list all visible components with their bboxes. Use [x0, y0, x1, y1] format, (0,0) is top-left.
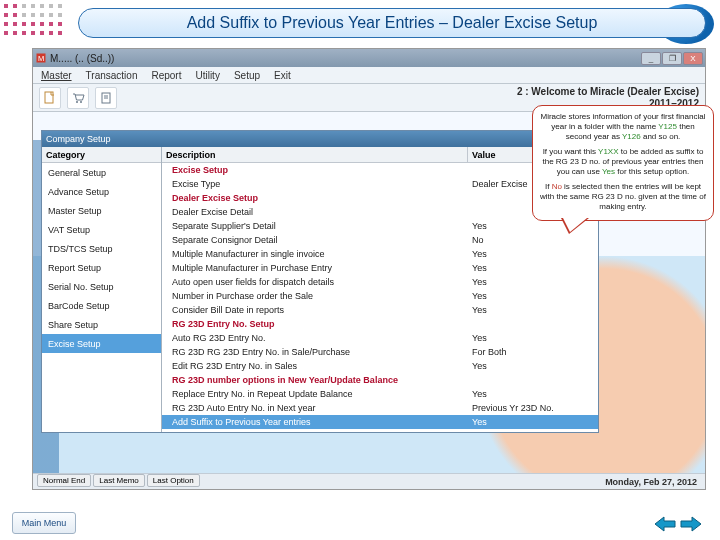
menu-master[interactable]: Master: [41, 70, 72, 81]
setting-label: RG 23D RG 23D Entry No. in Sale/Purchase: [162, 347, 468, 357]
sidebar-item-report-setup[interactable]: Report Setup: [42, 258, 161, 277]
sidebar-item-advance-setup[interactable]: Advance Setup: [42, 182, 161, 201]
table-row[interactable]: Auto open user fields for dispatch detai…: [162, 275, 598, 289]
nav-arrows: [654, 516, 702, 532]
status-date: Monday, Feb 27, 2012: [605, 477, 697, 487]
sidebar-head: Category: [42, 147, 161, 163]
sidebar-item-general-setup[interactable]: General Setup: [42, 163, 161, 182]
sidebar-item-vat-setup[interactable]: VAT Setup: [42, 220, 161, 239]
setting-value[interactable]: Previous Yr 23D No.: [468, 403, 598, 413]
setting-value[interactable]: Yes: [468, 417, 598, 427]
window-min-button[interactable]: _: [641, 52, 661, 65]
setting-value[interactable]: Yes: [468, 277, 598, 287]
setting-label: Edit RG 23D Entry No. in Sales: [162, 361, 468, 371]
help-callout: Miracle stores information of your first…: [532, 105, 714, 221]
setting-label: Separate Supplier's Detail: [162, 221, 468, 231]
modal-title: Company Setup: [46, 134, 111, 144]
setting-label: Separate Consignor Detail: [162, 235, 468, 245]
modal-titlebar: Company Setup X: [42, 131, 598, 147]
menu-report[interactable]: Report: [151, 70, 181, 81]
window-max-button[interactable]: ❐: [662, 52, 682, 65]
sidebar: Category General SetupAdvance SetupMaste…: [42, 147, 162, 432]
table-row: RG 23D Entry No. Setup: [162, 317, 598, 331]
sidebar-item-share-setup[interactable]: Share Setup: [42, 315, 161, 334]
setting-label: Dealer Excise Detail: [162, 207, 468, 217]
callout-p1: Miracle stores information of your first…: [539, 112, 707, 142]
table-row[interactable]: Multiple Manufacturer in single invoiceY…: [162, 247, 598, 261]
decor-dots: [4, 4, 64, 37]
section-head: RG 23D Entry No. Setup: [162, 319, 598, 329]
toolbar-new-icon[interactable]: [39, 87, 61, 109]
setting-label: Replace Entry No. in Repeat Update Balan…: [162, 389, 468, 399]
app-icon: M: [35, 52, 47, 64]
table-row[interactable]: Replace Entry No. in Repeat Update Balan…: [162, 387, 598, 401]
setting-value[interactable]: Yes: [468, 333, 598, 343]
next-arrow[interactable]: [680, 516, 702, 532]
setting-value[interactable]: For Both: [468, 347, 598, 357]
main-menu-button[interactable]: Main Menu: [12, 512, 76, 534]
svg-rect-2: [45, 92, 53, 103]
menu-exit[interactable]: Exit: [274, 70, 291, 81]
setting-label: Auto open user fields for dispatch detai…: [162, 277, 468, 287]
col-description: Description: [162, 147, 468, 162]
callout-p2: If you want this Y1XX to be added as suf…: [539, 147, 707, 177]
table-row[interactable]: Auto RG 23D Entry No.Yes: [162, 331, 598, 345]
sidebar-item-serial-no-setup[interactable]: Serial No. Setup: [42, 277, 161, 296]
sidebar-item-excise-setup[interactable]: Excise Setup: [42, 334, 161, 353]
table-row[interactable]: Add Suffix to Previous Year entriesYes: [162, 415, 598, 429]
prev-arrow[interactable]: [654, 516, 676, 532]
menubar: Master Transaction Report Utility Setup …: [33, 67, 705, 84]
setting-label: Add Suffix to Previous Year entries: [162, 417, 468, 427]
table-row[interactable]: Separate Consignor DetailNo: [162, 233, 598, 247]
svg-point-4: [80, 101, 82, 103]
toolbar-cart-icon[interactable]: [67, 87, 89, 109]
table-row[interactable]: RG 23D Auto Entry No. in Next yearPrevio…: [162, 401, 598, 415]
setting-label: Number in Purchase order the Sale: [162, 291, 468, 301]
sidebar-item-tds-tcs-setup[interactable]: TDS/TCS Setup: [42, 239, 161, 258]
table-row: RG 23D number options in New Year/Update…: [162, 373, 598, 387]
setting-value[interactable]: Yes: [468, 263, 598, 273]
table-row[interactable]: Multiple Manufacturer in Purchase EntryY…: [162, 261, 598, 275]
svg-marker-9: [681, 517, 701, 531]
window-titlebar: M M..... (.. (Sd..)) _ ❐ X: [33, 49, 705, 67]
callout-p3: If No is selected then the entries will …: [539, 182, 707, 212]
toolbar-doc-icon[interactable]: [95, 87, 117, 109]
table-row[interactable]: Separate Supplier's DetailYes: [162, 219, 598, 233]
btn-last-option[interactable]: Last Option: [147, 474, 200, 487]
menu-transaction[interactable]: Transaction: [86, 70, 138, 81]
setting-label: RG 23D Auto Entry No. in Next year: [162, 403, 468, 413]
btn-normal-end[interactable]: Normal End: [37, 474, 91, 487]
sidebar-item-master-setup[interactable]: Master Setup: [42, 201, 161, 220]
setting-label: Excise Type: [162, 179, 468, 189]
setting-value[interactable]: Yes: [468, 389, 598, 399]
setting-value[interactable]: Yes: [468, 291, 598, 301]
company-setup-window: Company Setup X Category General SetupAd…: [41, 130, 599, 433]
setting-label: Auto RG 23D Entry No.: [162, 333, 468, 343]
setting-value[interactable]: Yes: [468, 249, 598, 259]
section-head: RG 23D number options in New Year/Update…: [162, 375, 598, 385]
table-row[interactable]: Consider Bill Date in reportsYes: [162, 303, 598, 317]
menu-utility[interactable]: Utility: [195, 70, 219, 81]
window-title: M..... (.. (Sd..)): [50, 53, 114, 64]
svg-text:M: M: [38, 54, 44, 63]
callout-tail: [561, 218, 589, 234]
table-row[interactable]: Number in Purchase order the SaleYes: [162, 289, 598, 303]
window-close-button[interactable]: X: [683, 52, 703, 65]
table-row[interactable]: Edit RG 23D Entry No. in SalesYes: [162, 359, 598, 373]
setting-label: Multiple Manufacturer in single invoice: [162, 249, 468, 259]
setting-label: Consider Bill Date in reports: [162, 305, 468, 315]
setting-label: Multiple Manufacturer in Purchase Entry: [162, 263, 468, 273]
svg-marker-8: [655, 517, 675, 531]
setting-value[interactable]: Yes: [468, 361, 598, 371]
setting-value[interactable]: Yes: [468, 305, 598, 315]
table-row[interactable]: RG 23D RG 23D Entry No. in Sale/Purchase…: [162, 345, 598, 359]
btn-last-memo[interactable]: Last Memo: [93, 474, 145, 487]
setting-value[interactable]: No: [468, 235, 598, 245]
sidebar-item-barcode-setup[interactable]: BarCode Setup: [42, 296, 161, 315]
svg-point-3: [76, 101, 78, 103]
menu-setup[interactable]: Setup: [234, 70, 260, 81]
page-title: Add Suffix to Previous Year Entries – De…: [78, 8, 706, 38]
